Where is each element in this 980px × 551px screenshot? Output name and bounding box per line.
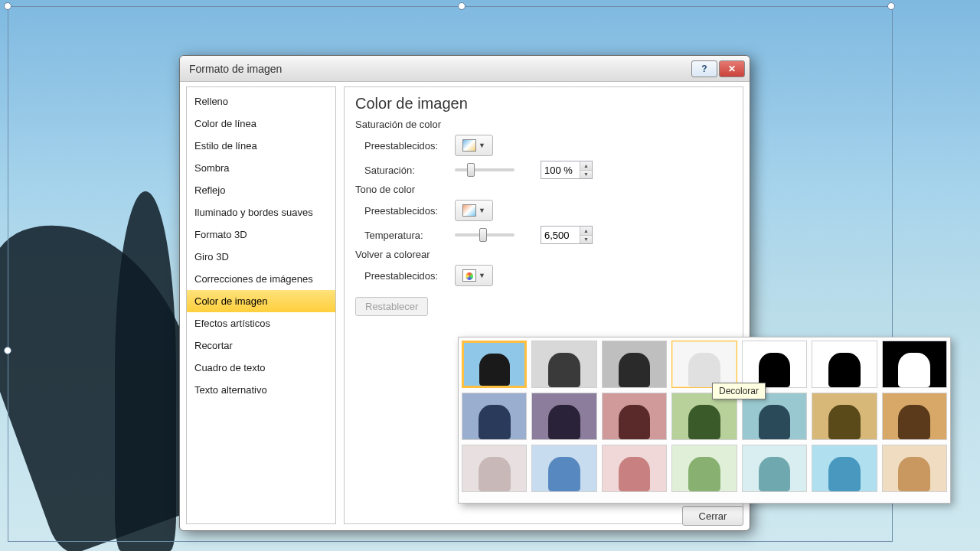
sidebar-item[interactable]: Iluminado y bordes suaves [187,201,335,223]
slider-thumb[interactable] [479,228,487,242]
preset-icon [462,139,476,152]
recolor-thumbnail[interactable] [602,445,667,492]
recolor-thumbnail[interactable] [462,393,527,440]
category-sidebar: RellenoColor de líneaEstilo de líneaSomb… [186,86,336,524]
chevron-down-icon: ▼ [479,207,485,214]
tone-presets-label: Preestablecidos: [364,205,447,217]
recolor-thumbnail[interactable] [882,445,947,492]
sidebar-item[interactable]: Reflejo [187,179,335,201]
recolor-thumbnail[interactable] [671,445,737,492]
recolor-thumbnail[interactable] [671,393,737,440]
sidebar-item[interactable]: Correcciones de imágenes [187,268,335,290]
sidebar-item[interactable]: Estilo de línea [187,135,335,157]
recolor-gallery [458,337,951,504]
sidebar-item[interactable]: Cuadro de texto [187,357,335,379]
recolor-thumbnail[interactable] [742,393,807,440]
resize-handle[interactable] [887,2,895,10]
recolor-thumbnail[interactable] [602,341,667,388]
spin-up[interactable]: ▲ [580,161,592,171]
slider-thumb[interactable] [467,163,475,177]
recolor-thumbnail[interactable] [671,341,737,388]
chevron-down-icon: ▼ [479,272,485,279]
chevron-down-icon: ▼ [479,142,485,149]
close-button[interactable]: Cerrar [682,506,743,526]
close-window-button[interactable]: ✕ [719,60,745,77]
recolor-thumbnail[interactable] [742,341,807,388]
recolor-section-title: Volver a colorear [355,249,732,260]
resize-handle[interactable] [4,2,11,10]
recolor-presets-label: Preestablecidos: [364,270,447,282]
sidebar-item[interactable]: Formato 3D [187,223,335,246]
temperature-spinbox: ▲▼ [541,226,593,244]
sidebar-item[interactable]: Texto alternativo [187,379,335,401]
temperature-input[interactable] [541,228,580,243]
recolor-thumbnail[interactable] [882,393,947,440]
saturation-section-title: Saturación de color [355,119,732,130]
recolor-thumbnail[interactable] [531,341,596,388]
help-button[interactable]: ? [691,60,717,77]
panel-heading: Color de imagen [355,95,732,112]
recolor-thumbnail[interactable] [531,445,596,492]
tone-section-title: Tono de color [355,184,732,195]
resize-handle[interactable] [458,2,466,10]
recolor-thumbnail[interactable] [812,341,877,388]
tooltip: Decolorar [712,383,766,399]
dialog-title: Formato de imagen [189,63,690,75]
sidebar-item[interactable]: Giro 3D [187,246,335,268]
saturation-input[interactable] [541,163,580,178]
sidebar-item[interactable]: Relleno [187,90,335,112]
sidebar-item[interactable]: Recortar [187,334,335,357]
recolor-thumbnail[interactable] [462,445,527,492]
saturation-spinbox: ▲▼ [541,161,593,179]
reset-button: Restablecer [355,297,428,316]
saturation-slider[interactable] [455,168,514,171]
saturation-label: Saturación: [364,165,447,176]
preset-icon [462,204,476,217]
saturation-presets-label: Preestablecidos: [364,140,447,152]
recolor-thumbnail[interactable] [812,393,877,440]
recolor-thumbnail[interactable] [462,341,527,388]
temperature-label: Temperatura: [364,230,447,241]
sidebar-item[interactable]: Color de línea [187,112,335,135]
recolor-thumbnail[interactable] [742,445,807,492]
spin-up[interactable]: ▲ [580,227,592,236]
spin-down[interactable]: ▼ [580,236,592,244]
recolor-thumbnail[interactable] [602,393,667,440]
titlebar[interactable]: Formato de imagen ? ✕ [180,56,750,82]
recolor-thumbnail[interactable] [882,341,947,388]
temperature-slider[interactable] [455,233,514,236]
saturation-presets-dropdown[interactable]: ▼ [455,135,493,156]
tone-presets-dropdown[interactable]: ▼ [455,200,493,221]
recolor-thumbnail[interactable] [812,445,877,492]
sidebar-item[interactable]: Color de imagen [187,290,335,312]
sidebar-item[interactable]: Efectos artísticos [187,312,335,334]
recolor-presets-dropdown[interactable]: ▼ [455,265,493,286]
spin-down[interactable]: ▼ [580,171,592,179]
preset-icon [462,269,476,282]
sidebar-item[interactable]: Sombra [187,157,335,179]
recolor-thumbnail[interactable] [531,393,596,440]
resize-handle[interactable] [4,347,11,354]
